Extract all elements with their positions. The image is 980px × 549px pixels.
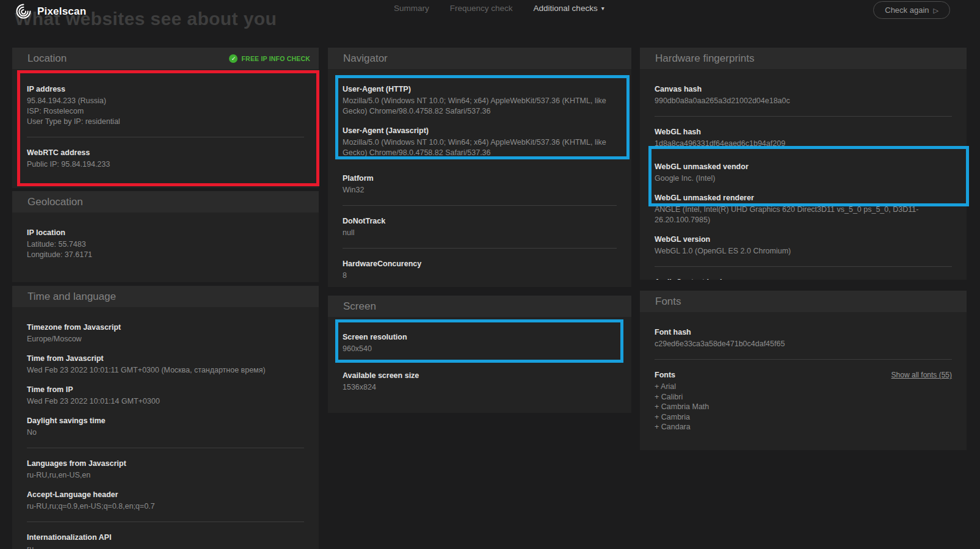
field-value: ISP: Rostelecom [27, 106, 304, 117]
column-right: Hardware fingerprints Canvas hash 990db0… [640, 48, 967, 450]
field-value: null [343, 228, 617, 238]
nav-frequency-check[interactable]: Frequency check [450, 4, 513, 13]
field-value: Mozilla/5.0 (Windows NT 10.0; Win64; x64… [343, 137, 617, 158]
field-value: 95.84.194.233 (Russia) [27, 96, 304, 106]
field-donottrack: DoNotTrack null [343, 216, 617, 238]
field-internationalization-api: Internationalization API ru [27, 532, 304, 549]
field-label: DoNotTrack [343, 216, 617, 227]
logo-text: Pixelscan [37, 5, 86, 18]
field-label: IP address [27, 84, 304, 95]
divider [655, 116, 952, 117]
font-list-item: + Cambria [655, 412, 952, 423]
field-label: Daylight savings time [27, 415, 304, 426]
panel-geolocation: Geolocation IP location Latitude: 55.748… [12, 191, 319, 282]
field-value: Mozilla/5.0 (Windows NT 10.0; Win64; x64… [343, 96, 617, 117]
field-label: Available screen size [343, 370, 617, 381]
panel-location-header: Location ✓ FREE IP INFO CHECK [12, 48, 319, 69]
field-value: ru-RU,ru;q=0.9,en-US;q=0.8,en;q=0.7 [27, 501, 304, 512]
panel-navigator-title: Navigator [343, 53, 388, 65]
panel-hardware-fingerprints: Hardware fingerprints Canvas hash 990db0… [640, 48, 967, 280]
field-label: WebGL version [655, 234, 952, 245]
play-icon: ▷ [934, 7, 938, 15]
field-user-agent-http: User-Agent (HTTP) Mozilla/5.0 (Windows N… [343, 84, 617, 117]
field-webgl-version: WebGL version WebGL 1.0 (OpenGL ES 2.0 C… [655, 234, 952, 256]
field-label: Languages from Javascript [27, 458, 304, 469]
field-label: Canvas hash [655, 84, 952, 95]
field-value: 990db0a8a0aa265a3d21002d04e18a0c [655, 96, 952, 106]
field-label: WebGL unmasked renderer [655, 192, 952, 203]
divider [655, 359, 952, 360]
panel-time-language-header: Time and language [12, 286, 319, 307]
panel-fonts-header: Fonts [640, 291, 967, 312]
field-accept-language: Accept-Language header ru-RU,ru;q=0.9,en… [27, 489, 304, 512]
field-value: 960x540 [343, 344, 617, 354]
field-fonts-list: Fonts Show all fonts (55) + Arial + Cali… [655, 369, 952, 432]
field-value: Win32 [343, 185, 617, 195]
panel-hardware-header: Hardware fingerprints [640, 48, 967, 69]
pixelscan-page: Pixelscan What websites see about you Su… [0, 0, 980, 549]
field-label: User-Agent (Javascript) [343, 125, 617, 136]
divider [655, 266, 952, 267]
nav-additional-checks-label: Additional checks [534, 4, 598, 13]
panel-screen-header: Screen [328, 296, 631, 317]
check-icon: ✓ [229, 54, 238, 63]
panel-fonts-title: Fonts [655, 296, 681, 308]
panel-geolocation-body: IP location Latitude: 55.7483 Longitude:… [12, 213, 319, 260]
field-label: Screen resolution [343, 332, 617, 343]
field-time-js: Time from Javascript Wed Feb 23 2022 10:… [27, 353, 304, 376]
field-label: Font hash [655, 327, 952, 338]
field-value: ru-RU,ru,en-US,en [27, 470, 304, 481]
panel-time-language-body: Timezone from Javascript Europe/Moscow T… [12, 307, 319, 549]
nav-additional-checks[interactable]: Additional checks ▾ [534, 4, 604, 13]
panel-time-language-title: Time and language [27, 291, 116, 303]
column-left: Location ✓ FREE IP INFO CHECK IP address… [12, 48, 319, 549]
divider [27, 137, 304, 137]
field-available-screen-size: Available screen size 1536x824 [343, 370, 617, 393]
top-nav: Summary Frequency check Additional check… [394, 4, 604, 13]
panel-navigator-header: Navigator [328, 48, 631, 69]
field-webgl-unmasked-renderer: WebGL unmasked renderer ANGLE (Intel, In… [655, 192, 952, 225]
divider [27, 522, 304, 522]
badge-label: FREE IP INFO CHECK [241, 55, 310, 62]
field-label: AudioContext hash [655, 277, 952, 280]
field-value: ANGLE (Intel, Intel(R) UHD Graphics 620 … [655, 205, 952, 225]
panel-navigator-body: User-Agent (HTTP) Mozilla/5.0 (Windows N… [328, 69, 631, 281]
field-label: WebGL unmasked vendor [655, 161, 952, 172]
pixelscan-logo-icon [15, 3, 32, 20]
field-label: WebRTC address [27, 147, 304, 158]
free-ip-info-check-badge[interactable]: ✓ FREE IP INFO CHECK [229, 54, 310, 63]
check-again-button[interactable]: Check again ▷ [873, 1, 950, 19]
field-value: Longitude: 37.6171 [27, 250, 304, 260]
panel-geolocation-title: Geolocation [27, 196, 83, 208]
field-daylight-savings: Daylight savings time No [27, 415, 304, 438]
divider [27, 448, 304, 448]
font-list-item: + Calibri [655, 392, 952, 402]
field-languages-js: Languages from Javascript ru-RU,ru,en-US… [27, 458, 304, 481]
field-hardware-concurrency: HardwareConcurency 8 [343, 258, 617, 281]
field-value: Wed Feb 23 2022 10:01:14 GMT+0300 [27, 396, 304, 407]
nav-summary[interactable]: Summary [394, 4, 429, 13]
font-list-item: + Arial [655, 382, 952, 392]
panel-screen: Screen Screen resolution 960x540 Availab… [328, 296, 631, 413]
show-all-fonts-link[interactable]: Show all fonts (55) [891, 371, 952, 379]
panel-screen-body: Screen resolution 960x540 Available scre… [328, 317, 631, 393]
field-value: Google Inc. (Intel) [655, 173, 952, 184]
field-value: 8 [343, 271, 617, 281]
field-value: No [27, 427, 304, 438]
field-audiocontext-hash: AudioContext hash ba6689f9a1550fb5eef25d… [655, 277, 952, 280]
field-value: ru [27, 544, 304, 549]
field-time-ip: Time from IP Wed Feb 23 2022 10:01:14 GM… [27, 384, 304, 407]
divider [343, 248, 617, 249]
logo[interactable]: Pixelscan [15, 3, 86, 20]
panel-location-title: Location [27, 53, 67, 65]
field-label: Timezone from Javascript [27, 322, 304, 333]
field-value: User Type by IP: residential [27, 117, 304, 127]
field-ip-address: IP address 95.84.194.233 (Russia) ISP: R… [27, 84, 304, 127]
field-value: c29ed6e33ca3a58de471b0c4daf45f65 [655, 339, 952, 349]
field-value: 1536x824 [343, 382, 617, 393]
field-label: Time from IP [27, 384, 304, 395]
field-font-hash: Font hash c29ed6e33ca3a58de471b0c4daf45f… [655, 327, 952, 349]
field-label: User-Agent (HTTP) [343, 84, 617, 95]
field-label: Fonts [655, 369, 675, 380]
field-value: Europe/Moscow [27, 334, 304, 344]
